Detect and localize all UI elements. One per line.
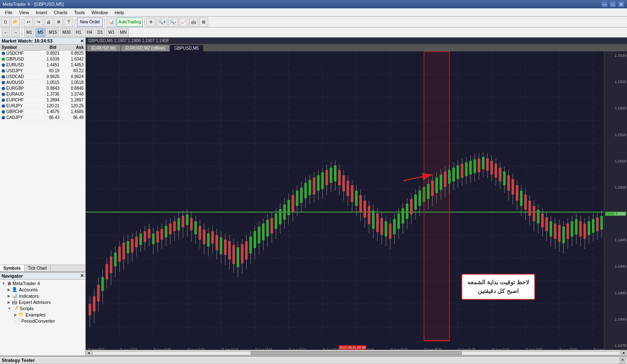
svg-rect-106 xyxy=(250,237,252,253)
market-watch-row[interactable]: EURJPY 120.21 120.25 xyxy=(0,103,85,109)
menu-insert[interactable]: Insert xyxy=(32,8,51,16)
new-button[interactable]: 🗋 xyxy=(1,18,10,27)
tree-indicators[interactable]: ▶ 📊 Indicators xyxy=(1,293,84,299)
market-watch-row[interactable]: EURCHF 1.2894 1.2897 xyxy=(0,97,85,103)
svg-rect-166 xyxy=(376,214,379,232)
row-ask: 120.25 xyxy=(59,104,84,108)
tree-accounts[interactable]: ▶ 👤 Accounts xyxy=(1,286,84,293)
bottom-panel-close[interactable]: ✕ xyxy=(619,357,625,363)
tf-m15[interactable]: M15 xyxy=(47,28,59,37)
market-watch-row[interactable]: AUDUSD 1.0515 1.0518 xyxy=(0,80,85,86)
row-ask: 0.8925 xyxy=(59,51,84,56)
market-watch-row[interactable]: USDJPY 83.19 83.22 xyxy=(0,68,85,74)
row-symbol: USDCAD xyxy=(6,74,35,79)
chart-tab-eurusd-m1[interactable]: EURUSD,M1 xyxy=(87,45,120,51)
scroll-right-button[interactable]: ► xyxy=(621,350,627,356)
menu-window[interactable]: Window xyxy=(88,8,111,16)
navigator-close[interactable]: ✕ xyxy=(80,273,84,278)
expert-advisors-button[interactable]: 🤖 xyxy=(189,18,198,27)
terminal-button[interactable]: ⊞ xyxy=(199,18,208,27)
svg-rect-60 xyxy=(152,233,155,244)
tree-expert-advisors[interactable]: ▶ 🤖 Expert Advisors xyxy=(1,299,84,305)
zoom-in-button[interactable]: 🔍+ xyxy=(156,18,167,27)
chart-tab-eurusd-m2[interactable]: EURUSD,M2 (offline) xyxy=(121,45,169,51)
svg-rect-134 xyxy=(308,180,311,195)
row-bid: 1.4575 xyxy=(35,109,59,114)
callout-line1: لاحظ توقيت بداية الشمعه xyxy=(467,278,529,287)
svg-text:31 Aug 21:52: 31 Aug 21:52 xyxy=(525,347,543,350)
market-watch-row[interactable]: EURGBP 0.8843 0.8846 xyxy=(0,86,85,91)
print-button[interactable]: 🖨 xyxy=(44,18,53,27)
row-dot xyxy=(2,63,5,67)
svg-rect-208 xyxy=(461,164,463,178)
new-order-button[interactable]: New Order xyxy=(77,18,103,27)
svg-rect-186 xyxy=(418,191,421,206)
market-watch-row[interactable]: GBPUSD 1.6339 1.6342 xyxy=(0,56,85,62)
navigator-tree: ▼ 🖥 MetaTrader 4 ▶ 👤 Accounts ▶ 📊 Indica… xyxy=(0,280,85,356)
svg-rect-108 xyxy=(254,231,256,248)
indicators-button[interactable]: 📈 xyxy=(179,18,188,27)
market-watch-rows: USDCHF 0.8921 0.8925 GBPUSD 1.6339 1.634… xyxy=(0,51,85,265)
market-watch: Market Watch: 16:24:53 ✕ Symbol Bid Ask … xyxy=(0,38,85,272)
svg-rect-34 xyxy=(97,285,99,301)
menu-help[interactable]: Help xyxy=(111,8,127,16)
svg-rect-262 xyxy=(575,219,578,235)
svg-rect-242 xyxy=(533,206,535,221)
scroll-left-button[interactable]: ◄ xyxy=(86,350,92,356)
market-watch-row[interactable]: GBPCHF 1.4575 1.4585 xyxy=(0,109,85,115)
close-button[interactable]: ✕ xyxy=(618,1,624,7)
scrollbar-track[interactable] xyxy=(92,351,620,355)
market-watch-close[interactable]: ✕ xyxy=(80,39,84,43)
tree-examples[interactable]: ▶ 📁 Examples xyxy=(1,311,84,318)
tf-m1[interactable]: M1 xyxy=(24,28,34,37)
tree-period-converter[interactable]: 📄 PeriodConverter xyxy=(1,318,84,324)
tf-arrow-left[interactable]: ← xyxy=(2,28,10,37)
market-watch-row[interactable]: USDCHF 0.8921 0.8925 xyxy=(0,51,85,56)
undo-button[interactable]: ↩ xyxy=(24,18,33,27)
scrollbar-thumb[interactable] xyxy=(251,351,461,355)
tf-m30[interactable]: M30 xyxy=(60,28,72,37)
crosshair-button[interactable]: ✛ xyxy=(146,18,155,27)
zoom-out-button[interactable]: 🔍- xyxy=(168,18,178,27)
toolbar1: 🗋 📂 ↩ ↪ 🖨 ⚙ ? New Order 📊 AutoTrading ✛ … xyxy=(0,17,627,28)
tf-arrow-right[interactable]: → xyxy=(11,28,20,37)
minimize-button[interactable]: — xyxy=(601,1,608,7)
tf-w1[interactable]: W1 xyxy=(106,28,117,37)
svg-rect-78 xyxy=(190,218,193,230)
menu-file[interactable]: File xyxy=(2,8,16,16)
market-watch-row[interactable]: CADJPY 86.43 86.49 xyxy=(0,115,85,121)
tf-mn[interactable]: MN xyxy=(118,28,129,37)
tf-h4[interactable]: H4 xyxy=(85,28,94,37)
tree-scripts[interactable]: ▼ 📝 Scripts xyxy=(1,305,84,311)
market-watch-row[interactable]: EURUSD 1.4451 1.4453 xyxy=(0,62,85,68)
redo-button[interactable]: ↪ xyxy=(34,18,43,27)
svg-rect-126 xyxy=(292,195,294,212)
mw-tab-symbols[interactable]: Symbols xyxy=(0,265,25,271)
tf-m5[interactable]: M5 xyxy=(36,28,46,37)
window-controls: — □ ✕ xyxy=(601,1,624,7)
market-watch-row[interactable]: EURAUD 1.3736 1.3748 xyxy=(0,91,85,97)
menu-tools[interactable]: Tools xyxy=(71,8,88,16)
row-bid: 0.8921 xyxy=(35,51,59,56)
tf-h1[interactable]: H1 xyxy=(74,28,84,37)
svg-rect-38 xyxy=(106,264,108,280)
help-button[interactable]: ? xyxy=(64,18,73,27)
navigator-title: Navigator xyxy=(2,273,23,278)
chart-new-button[interactable]: 📊 xyxy=(107,18,116,27)
market-watch-row[interactable]: USDCAD 0.9620 0.9624 xyxy=(0,74,85,80)
properties-button[interactable]: ⚙ xyxy=(54,18,63,27)
menu-view[interactable]: View xyxy=(16,8,33,16)
chart-tabs: EURUSD,M1 EURUSD,M2 (offline) GBPUSD,M5 xyxy=(86,44,627,51)
auto-trading-button[interactable]: AutoTrading xyxy=(117,18,143,27)
tf-d1[interactable]: D1 xyxy=(95,28,105,37)
tree-metatrader4[interactable]: ▼ 🖥 MetaTrader 4 xyxy=(1,281,84,286)
maximize-button[interactable]: □ xyxy=(609,1,616,7)
chart-tab-gbpusd-m5[interactable]: GBPUSD,M5 xyxy=(170,45,203,51)
open-button[interactable]: 📂 xyxy=(11,18,20,27)
svg-rect-272 xyxy=(596,217,599,231)
svg-rect-44 xyxy=(118,247,121,262)
scrollbar-horizontal[interactable]: ◄ ► xyxy=(86,350,627,356)
col-symbol: Symbol xyxy=(2,45,29,50)
mw-tab-tick-chart[interactable]: Tick Chart xyxy=(25,265,51,271)
menu-charts[interactable]: Charts xyxy=(51,8,71,16)
